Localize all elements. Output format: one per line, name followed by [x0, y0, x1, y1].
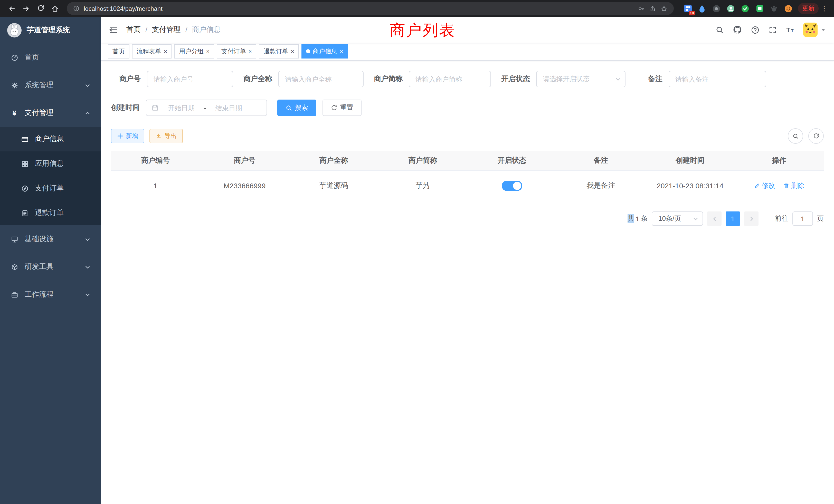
search-button[interactable]: 搜索 — [277, 99, 316, 116]
calendar-icon — [152, 104, 159, 111]
sidebar-logo[interactable]: 芋道管理系统 — [0, 17, 101, 44]
sidebar-item-home[interactable]: 首页 — [0, 44, 101, 71]
breadcrumb: 首页 / 支付管理 / 商户信息 — [126, 25, 221, 35]
close-icon[interactable]: × — [291, 48, 294, 54]
green-square-extension-icon[interactable] — [755, 4, 764, 13]
date-start-input[interactable] — [162, 104, 201, 112]
cell-full-name: 芋道源码 — [289, 171, 378, 201]
sidebar-item-infrastructure[interactable]: 基础设施 — [0, 225, 101, 253]
tag-process-form[interactable]: 流程表单 × — [132, 44, 172, 59]
sidebar-item-label: 退款订单 — [35, 208, 64, 217]
browser-update-button[interactable]: 更新 — [798, 3, 818, 14]
paw-extension-icon[interactable] — [769, 4, 778, 13]
status-select[interactable]: 请选择开启状态 — [536, 71, 626, 87]
back-icon[interactable] — [5, 2, 19, 15]
user-menu[interactable] — [803, 23, 826, 37]
tag-refund-order[interactable]: 退款订单 × — [259, 44, 299, 59]
sidebar-item-label: 研发工具 — [25, 262, 53, 272]
chevron-down-icon — [85, 264, 90, 270]
page-number-1[interactable]: 1 — [726, 211, 740, 226]
remark-input[interactable] — [668, 71, 766, 87]
sidebar-item-label: 支付订单 — [35, 184, 64, 193]
close-icon[interactable]: × — [206, 48, 210, 54]
col-header: 商户编号 — [111, 151, 200, 171]
filter-row-2: 创建时间 - 搜索 — [111, 99, 824, 116]
merchant-no-input[interactable] — [147, 71, 233, 87]
bookmark-star-icon[interactable] — [660, 5, 667, 12]
cell-short-name: 芋艿 — [378, 171, 467, 201]
goto-page-input[interactable] — [792, 211, 813, 226]
page-size-select[interactable]: 10条/页 — [652, 211, 703, 226]
remark-label: 备注 — [648, 74, 662, 84]
sidebar-item-dev-tools[interactable]: 研发工具 — [0, 253, 101, 281]
emoji-extension-icon[interactable] — [784, 4, 793, 13]
drop-extension-icon[interactable] — [697, 4, 707, 13]
help-icon[interactable] — [751, 25, 760, 34]
prev-page-icon[interactable] — [707, 211, 722, 226]
filter-merchant-no: 商户号 — [111, 71, 233, 87]
tag-merchant-info[interactable]: 商户信息 × — [302, 44, 348, 59]
user-avatar — [803, 23, 817, 37]
github-icon[interactable] — [733, 25, 742, 35]
page-size-value: 10条/页 — [658, 214, 681, 223]
reset-button[interactable]: 重置 — [323, 99, 361, 116]
reload-icon[interactable] — [34, 2, 47, 15]
short-name-input[interactable] — [409, 71, 491, 87]
main-area: 首页 / 支付管理 / 商户信息 商户列表 — [101, 17, 834, 504]
next-page-icon[interactable] — [744, 211, 759, 226]
password-key-icon[interactable] — [638, 5, 645, 12]
forward-icon[interactable] — [20, 2, 33, 15]
home-icon[interactable] — [48, 2, 62, 15]
site-info-icon[interactable] — [73, 5, 80, 12]
sidebar-item-refund-order[interactable]: 退款订单 — [0, 201, 101, 225]
address-bar[interactable]: localhost:1024/pay/merchant — [67, 2, 674, 15]
date-end-input[interactable] — [209, 104, 248, 112]
tag-pay-order[interactable]: 支付订单 × — [217, 44, 257, 59]
table-toolbar: 新增 导出 — [111, 128, 824, 144]
font-size-icon[interactable]: TT — [786, 25, 794, 34]
dark-circle-extension-icon[interactable] — [712, 4, 721, 13]
sidebar-item-workflow[interactable]: 工作流程 — [0, 281, 101, 308]
sidebar-item-payment[interactable]: ¥ 支付管理 — [0, 99, 101, 127]
full-name-input[interactable] — [278, 71, 364, 87]
profile-extension-icon[interactable] — [726, 4, 736, 13]
dashboard-icon — [10, 53, 19, 62]
toggle-search-icon[interactable] — [788, 128, 803, 144]
export-button[interactable]: 导出 — [150, 129, 183, 143]
col-header: 商户简称 — [378, 151, 467, 171]
right-toolbar — [788, 128, 824, 144]
status-toggle[interactable] — [502, 181, 522, 191]
close-icon[interactable]: × — [248, 48, 252, 54]
url-text[interactable]: localhost:1024/pay/merchant — [84, 5, 162, 12]
date-range-picker[interactable]: - — [146, 99, 267, 116]
filter-full-name: 商户全称 — [243, 71, 364, 87]
share-icon[interactable] — [649, 5, 656, 12]
tag-user-group[interactable]: 用户分组 × — [174, 44, 214, 59]
sidebar-item-pay-order[interactable]: 支付订单 — [0, 176, 101, 201]
screen: localhost:1024/pay/merchant 10 — [0, 0, 834, 504]
sidebar-toggle-icon[interactable] — [109, 25, 118, 35]
header-search-icon[interactable] — [716, 25, 724, 34]
fullscreen-icon[interactable] — [768, 25, 777, 34]
goto-label: 前往 — [775, 214, 788, 223]
sidebar-item-system[interactable]: 系统管理 — [0, 71, 101, 99]
extensions-row: 10 — [679, 4, 797, 13]
browser-toolbar: localhost:1024/pay/merchant 10 — [0, 0, 834, 17]
credit-card-icon — [21, 135, 29, 143]
sidebar-item-merchant-info[interactable]: 商户信息 — [0, 127, 101, 152]
close-icon[interactable]: × — [164, 48, 167, 54]
edit-link[interactable]: 修改 — [754, 181, 775, 190]
breadcrumb-home[interactable]: 首页 — [126, 25, 141, 35]
add-button[interactable]: 新增 — [111, 129, 144, 143]
tag-home[interactable]: 首页 — [108, 44, 129, 59]
browser-menu-icon[interactable]: ⋮ — [820, 5, 829, 12]
refresh-table-icon[interactable] — [808, 128, 824, 144]
tab-counter-extension-icon[interactable]: 10 — [683, 4, 692, 13]
sidebar-item-app-info[interactable]: 应用信息 — [0, 152, 101, 176]
green-circle-extension-icon[interactable] — [741, 4, 750, 13]
cell-merchant-index: 1 — [111, 171, 200, 201]
delete-link[interactable]: 删除 — [783, 181, 804, 190]
close-icon[interactable]: × — [340, 48, 343, 54]
breadcrumb-payment[interactable]: 支付管理 — [152, 25, 181, 35]
document-icon — [21, 209, 29, 217]
